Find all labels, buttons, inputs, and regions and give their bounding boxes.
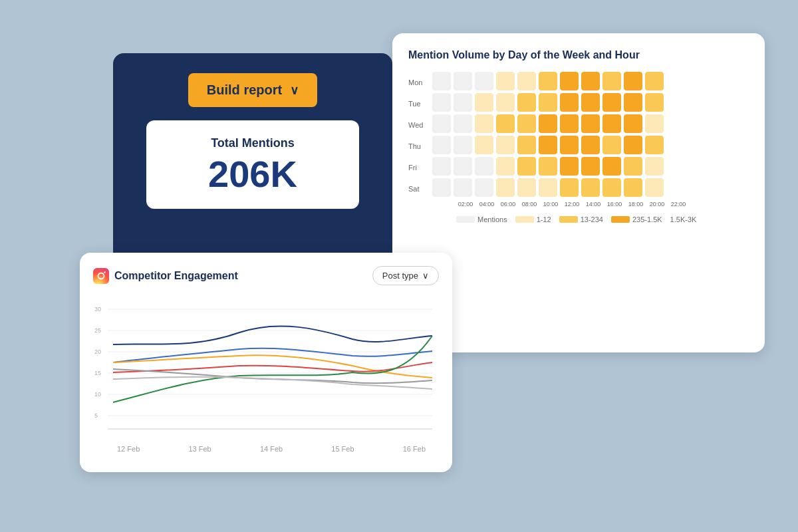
x-axis-label: 12 Feb: [117, 445, 140, 453]
legend-label: 1.5K-3K: [670, 215, 697, 223]
heatmap-cell: [560, 136, 579, 154]
engagement-card: Competitor Engagement Post type ∨ 30 25 …: [80, 253, 452, 472]
heatmap-cell: [645, 72, 664, 90]
hour-label: 22:00: [669, 201, 688, 207]
hour-label: 10:00: [541, 201, 560, 207]
day-label: Wed: [408, 116, 427, 134]
svg-text:5: 5: [94, 412, 98, 419]
hour-label: 04:00: [477, 201, 496, 207]
heatmap-cell: [602, 93, 621, 112]
svg-text:20: 20: [94, 348, 101, 355]
chevron-down-icon: ∨: [290, 83, 299, 98]
heatmap-cell: [560, 178, 579, 197]
heatmap-cell: [475, 72, 493, 90]
heatmap-cell: [602, 136, 621, 154]
heatmap-cell: [624, 157, 642, 176]
heatmap-cell: [602, 178, 621, 197]
heatmap-cell: [475, 178, 493, 197]
hour-label: 02:00: [456, 201, 475, 207]
heatmap-cell: [560, 72, 579, 90]
day-label: Tue: [408, 94, 427, 113]
build-report-label: Build report: [207, 82, 282, 98]
legend-item: 1-12: [515, 215, 551, 223]
heatmap-cell: [496, 114, 515, 133]
heatmap-cell: [624, 93, 642, 112]
svg-text:30: 30: [94, 306, 101, 313]
heatmap-cell: [475, 136, 493, 154]
heatmap-cell: [560, 114, 579, 133]
post-type-button[interactable]: Post type ∨: [372, 266, 439, 285]
heatmap-cell: [454, 136, 472, 154]
heatmap-cell: [454, 114, 472, 133]
heatmap-cell: [581, 157, 600, 176]
x-axis-labels: 12 Feb13 Feb14 Feb15 Feb16 Feb: [93, 445, 439, 453]
main-card: Build report ∨ Total Mentions 206K: [113, 53, 392, 266]
heatmap-cell: [645, 178, 664, 197]
x-axis-label: 16 Feb: [403, 445, 426, 453]
hour-label: 20:00: [648, 201, 666, 207]
legend-label: 1-12: [537, 215, 551, 223]
day-label: Mon: [408, 73, 427, 92]
x-axis-label: 14 Feb: [260, 445, 283, 453]
legend-item: Mentions: [456, 215, 507, 223]
build-report-button[interactable]: Build report ∨: [188, 73, 317, 107]
heatmap-legend: Mentions1-1213-234235-1.5K1.5K-3K: [456, 215, 749, 223]
legend-label: 13-234: [581, 215, 603, 223]
heatmap-grid-container: MonTueWedThuFriSat 02:0004:0006:0008:001…: [408, 72, 749, 223]
chart-area: 30 25 20 15 10 5: [93, 296, 439, 442]
heatmap-cell: [645, 114, 664, 133]
heatmap-cell: [432, 72, 451, 90]
heatmap-cell: [539, 93, 557, 112]
svg-rect-0: [93, 268, 109, 284]
heatmap-cell: [645, 93, 664, 112]
post-type-label: Post type: [382, 271, 418, 281]
x-axis-label: 15 Feb: [331, 445, 354, 453]
legend-item: 13-234: [559, 215, 603, 223]
engagement-title-group: Competitor Engagement: [93, 268, 238, 284]
heatmap-cell: [432, 157, 451, 176]
heatmap-cell: [432, 93, 451, 112]
legend-item: 1.5K-3K: [670, 215, 697, 223]
heatmap-cell: [581, 136, 600, 154]
heatmap-cell: [475, 93, 493, 112]
hour-label: 12:00: [563, 201, 581, 207]
hour-label: 06:00: [499, 201, 517, 207]
legend-color-swatch: [456, 216, 475, 223]
heatmap-cell: [581, 72, 600, 90]
heatmap-row: [432, 136, 749, 154]
hour-label: 08:00: [520, 201, 539, 207]
heatmap-cell: [517, 114, 536, 133]
instagram-icon: [93, 268, 109, 284]
heatmap-cell: [624, 136, 642, 154]
heatmap-cell: [539, 157, 557, 176]
heatmap-cell: [602, 114, 621, 133]
total-mentions-label: Total Mentions: [178, 136, 327, 150]
heatmap-cell: [454, 178, 472, 197]
heatmap-cell: [581, 114, 600, 133]
total-mentions-box: Total Mentions 206K: [146, 120, 359, 209]
heatmap-cell: [645, 157, 664, 176]
heatmap-cell: [432, 136, 451, 154]
heatmap-row: [432, 93, 749, 112]
heatmap-cell: [454, 72, 472, 90]
svg-point-2: [104, 271, 105, 273]
hour-label: 16:00: [605, 201, 624, 207]
hour-label: 18:00: [626, 201, 645, 207]
x-axis-label: 13 Feb: [188, 445, 211, 453]
heatmap-cell: [539, 178, 557, 197]
heatmap-cell: [496, 93, 515, 112]
legend-color-swatch: [515, 216, 534, 223]
heatmap-cell: [645, 136, 664, 154]
legend-label: Mentions: [477, 215, 507, 223]
day-label: Thu: [408, 137, 427, 156]
heatmap-cell: [496, 157, 515, 176]
heatmap-cell: [517, 72, 536, 90]
heatmap-cell: [624, 72, 642, 90]
legend-label: 235-1.5K: [632, 215, 662, 223]
heatmap-cell: [624, 178, 642, 197]
heatmap-cell: [517, 157, 536, 176]
engagement-header: Competitor Engagement Post type ∨: [93, 266, 439, 285]
heatmap-cell: [560, 157, 579, 176]
heatmap-cell: [432, 178, 451, 197]
engagement-title: Competitor Engagement: [114, 270, 238, 282]
